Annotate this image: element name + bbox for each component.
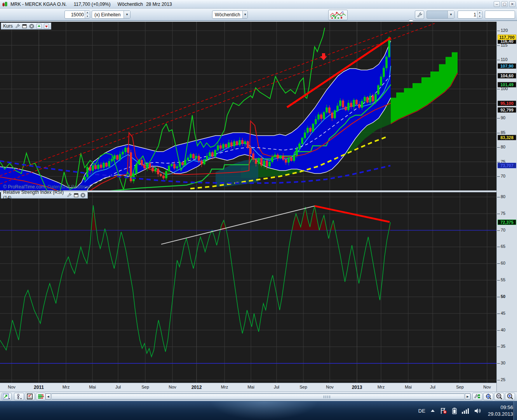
close-icon[interactable] (80, 193, 85, 198)
count-spinner-value[interactable]: 1 (458, 12, 477, 17)
units-spinner-buttons[interactable]: ▲▼ (85, 11, 90, 18)
zoom-out-icon (496, 393, 503, 400)
zoom-in-button[interactable] (505, 393, 515, 400)
time-axis-month-label: Nov (169, 385, 176, 389)
time-axis-month-label: Mai (405, 385, 412, 389)
axis-tick-label: 50 (501, 294, 505, 299)
axis-tick-label: 45 (501, 311, 505, 315)
system-tray: DE 09:56 29.03.2013 (418, 401, 513, 420)
timeframe-label: Wöchentlich (118, 2, 143, 7)
taskbar-clock[interactable]: 09:56 29.03.2013 (488, 404, 513, 417)
notes-button[interactable] (25, 393, 35, 400)
scroll-right-arrow[interactable]: ▶ (465, 394, 470, 399)
axis-tick-label: 80 (501, 145, 505, 149)
objects-dropdown[interactable]: ▼ (426, 10, 454, 19)
time-axis-month-label: Sep (299, 385, 307, 389)
axis-tick-label: 80 (501, 194, 505, 199)
price-flag: 107,90 (498, 63, 516, 69)
count-spinner[interactable]: 1 ▲▼ (458, 10, 482, 19)
chart-region: © ProRealTime.comDaten sind Realtime Kur… (0, 21, 517, 392)
price-flag: 83,328 (498, 135, 516, 140)
price-chart-panel[interactable]: © ProRealTime.comDaten sind Realtime (0, 22, 496, 191)
drawing-tools-button[interactable] (2, 393, 12, 400)
speaker-icon[interactable] (474, 408, 481, 414)
zoom-in-icon (507, 393, 514, 400)
scrollbar-handle[interactable] (51, 394, 465, 399)
chart-type-button[interactable] (328, 10, 348, 20)
chevron-down-icon[interactable]: ▼ (242, 11, 247, 18)
scroll-left-arrow[interactable]: ◀ (45, 394, 51, 399)
volume-bars-icon (37, 394, 44, 400)
detach-window-icon[interactable] (74, 193, 78, 198)
rsi-chart-panel[interactable] (0, 192, 496, 383)
horizontal-scrollbar[interactable]: ◀ ▶ (45, 393, 471, 400)
rsi-chart-canvas[interactable] (0, 192, 496, 383)
price-flag: 95,100 (498, 101, 516, 106)
units-spinner-value[interactable]: 15000 (65, 12, 85, 17)
units-type-dropdown[interactable]: (x) Einheiten ▼ (92, 10, 131, 19)
chevron-down-icon[interactable]: ▼ (124, 11, 130, 18)
count-spinner-buttons[interactable]: ▲▼ (477, 11, 482, 18)
axis-tick-label: 55 (501, 277, 505, 282)
wrench-bars-icon (474, 394, 481, 400)
network-signal-icon[interactable] (462, 408, 469, 414)
axis-tick-label: 110 (501, 57, 508, 62)
action-center-flag-icon[interactable] (440, 408, 447, 414)
indicator-wrench-button[interactable] (415, 10, 424, 19)
scrollbar-grip (324, 396, 331, 398)
price-flag: 72,375 (498, 220, 516, 225)
wrench-icon[interactable] (67, 193, 71, 198)
time-axis-month-label: Nov (483, 385, 491, 389)
volume-profile-button[interactable] (36, 393, 46, 400)
bottom-toolbar: ◀ ▶ (0, 392, 517, 401)
zoom-fit-button[interactable] (483, 393, 493, 400)
line-tools-button[interactable] (14, 393, 24, 400)
app-window: MRK - MERCK KGAA O.N. 117,700 (+0,09%) W… (0, 0, 517, 420)
last-price: 117,700 (+0,09%) (74, 2, 111, 7)
axis-tick-label: 25 (501, 377, 505, 382)
last-date: 28 Mrz 2013 (146, 2, 172, 7)
tray-expand-icon[interactable] (430, 409, 435, 412)
time-axis-month-label: Mai (247, 385, 254, 389)
price-flag: 117,700 (498, 35, 516, 40)
watermark: © ProRealTime.comDaten sind Realtime (3, 184, 89, 190)
detach-window-icon[interactable] (22, 24, 27, 29)
maximize-button[interactable]: ▢ (501, 1, 508, 7)
time-axis-month-label: Mai (89, 385, 96, 389)
kurs-panel-header[interactable]: Kurs (1, 23, 51, 30)
time-axis-month-label: Mrz (378, 385, 385, 389)
pin-tool-icon (16, 394, 23, 400)
price-flag: 92,799 (498, 107, 516, 113)
axis-tick-label: 75 (501, 211, 505, 216)
rsi-panel-header[interactable]: Relative Strength Index (RSI) (14) (1, 192, 88, 199)
time-axis-year-label: 2011 (34, 385, 44, 390)
axis-tick-label: 70 (501, 228, 505, 232)
axis-tick-label: 30 (501, 361, 505, 365)
chevron-down-icon[interactable]: ▼ (447, 11, 454, 18)
show-desktop-button[interactable] (514, 401, 517, 420)
top-toolbar: 15000 ▲▼ (x) Einheiten ▼ Wöchentlich ▼ ▶ (0, 9, 517, 21)
note-page-icon (27, 394, 33, 400)
candlestick-app-icon (2, 2, 8, 7)
timeframe-dropdown[interactable]: Wöchentlich ▼ (212, 10, 248, 19)
time-axis-month-label: Jul (115, 385, 121, 389)
wrench-icon[interactable] (15, 24, 20, 29)
windows-taskbar: DE 09:56 29.03.2013 (0, 401, 517, 420)
chart-settings-button[interactable] (472, 393, 482, 400)
units-spinner[interactable]: 15000 ▲▼ (64, 10, 90, 19)
close-icon[interactable] (29, 24, 35, 29)
minimize-button[interactable]: – (494, 1, 500, 7)
zoom-out-button[interactable] (494, 393, 504, 400)
price-chart-canvas[interactable] (0, 22, 496, 191)
search-field[interactable] (485, 10, 515, 19)
move-panel-up-icon[interactable] (37, 24, 42, 29)
close-button[interactable]: ✕ (509, 1, 515, 7)
chart-preview-icon (330, 11, 346, 19)
move-panel-down-icon[interactable] (44, 24, 49, 29)
price-axis[interactable]: 1201151101009085807570807570656055504540… (496, 22, 517, 392)
time-axis[interactable]: Nov2011MrzMaiJulSepNov2012MrzMaiJulSepNo… (0, 383, 496, 392)
time-axis-month-label: Mrz (63, 385, 70, 389)
battery-icon[interactable] (452, 408, 457, 414)
language-indicator[interactable]: DE (418, 408, 425, 414)
price-flag: 104,60 (498, 73, 516, 78)
